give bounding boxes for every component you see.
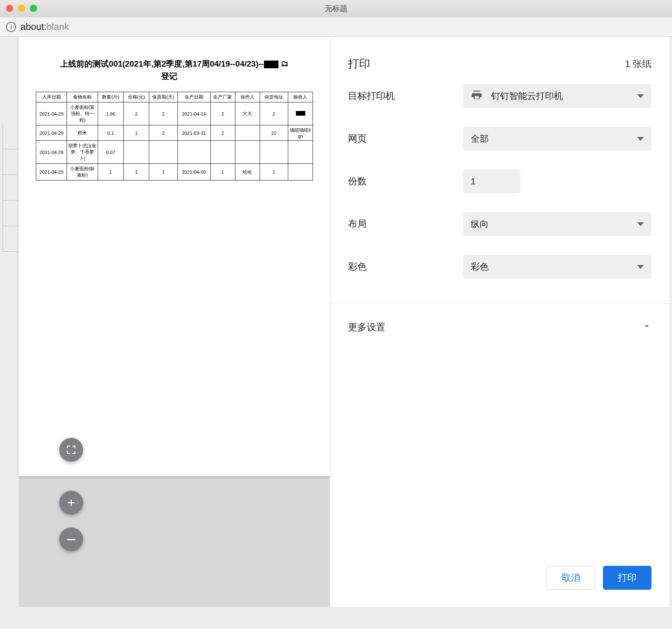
table-cell: 1 [210, 164, 235, 181]
table-cell: 2021-04-29 [36, 125, 67, 141]
table-header: 操作人 [235, 92, 260, 102]
table-cell: 1 [124, 164, 149, 181]
copies-input[interactable] [463, 169, 520, 193]
table-cell: 0.07 [98, 141, 123, 164]
fullscreen-button[interactable] [59, 438, 83, 462]
document-title: 上线前的测试001(2021年,第2季度,第17周04/19--04/23)--… [36, 58, 313, 82]
table-cell: 1 [149, 164, 177, 181]
color-label: 彩色 [348, 260, 463, 273]
sheet-count: 1 张纸 [625, 58, 652, 70]
table-cell: 2 [260, 102, 288, 125]
table-header: 价格(元) [124, 92, 149, 102]
folder-icon: 🗂 [281, 58, 289, 70]
window-title: 无标题 [0, 3, 672, 14]
table-row: 2021-04-29稻米0.1122021-03-31222嘀嗒嘀嗒lign [36, 125, 313, 141]
table-cell: 1.96 [98, 102, 123, 125]
layout-select[interactable]: 纵向 [463, 212, 652, 236]
table-cell: 1 [98, 164, 123, 181]
color-select[interactable]: 彩色 [463, 255, 652, 279]
table-cell [177, 141, 210, 164]
preview-page: 上线前的测试001(2021年,第2季度,第17周04/19--04/23)--… [19, 37, 330, 476]
url-scheme: about: [20, 21, 46, 32]
table-cell [124, 141, 149, 164]
table-cell [288, 102, 313, 125]
table-row: 2021-04-29小麦面粉(富强粉、特一粉)1.96222021-04-142… [36, 102, 313, 125]
panel-title: 打印 [348, 56, 370, 71]
titlebar: 无标题 [0, 0, 672, 17]
table-cell: 2021-04-29 [36, 164, 67, 181]
pages-label: 网页 [348, 132, 463, 145]
pages-value: 全部 [471, 133, 489, 145]
table-cell [288, 141, 313, 164]
table-cell: 2 [210, 102, 235, 125]
chevron-down-icon [637, 137, 644, 141]
table-cell: 2 [149, 125, 177, 141]
table-cell: 胡萝卜(红)[金笋、丁香萝卜] [67, 141, 98, 164]
table-header: 数量(斤) [98, 92, 123, 102]
chevron-down-icon [637, 265, 644, 269]
table-cell: 嘀嗒嘀嗒lign [288, 125, 313, 141]
table-cell: 大大 [235, 102, 260, 125]
table-header: 食物名称 [67, 92, 98, 102]
table-cell: 2021-04-14 [177, 102, 210, 125]
zoom-in-button[interactable]: + [59, 491, 83, 515]
table-cell [288, 164, 313, 181]
table-row: 2021-04-29胡萝卜(红)[金笋、丁香萝卜]0.07 [36, 141, 313, 164]
site-info-icon[interactable]: i [6, 22, 16, 32]
print-dialog: 上线前的测试001(2021年,第2季度,第17周04/19--04/23)--… [19, 37, 669, 607]
background-page-edge [3, 124, 18, 252]
redacted-block [264, 61, 278, 68]
table-header: 生产厂家 [210, 92, 235, 102]
table-cell: 1 [260, 164, 288, 181]
chevron-down-icon [637, 94, 644, 98]
table-header: 生产日期 [177, 92, 210, 102]
copies-label: 份数 [348, 175, 463, 188]
table-cell: 2021-04-29 [36, 141, 67, 164]
print-settings-panel: 打印 1 张纸 目标打印机 钉钉智能云打印机 网页 [330, 37, 669, 607]
table-cell: 2021-03-31 [177, 125, 210, 141]
table-header: 供货地址 [260, 92, 288, 102]
table-cell: 2021-04-09 [177, 164, 210, 181]
printer-icon [471, 89, 483, 103]
table-cell: 小麦面粉(富强粉、特一粉) [67, 102, 98, 125]
table-cell: 哈哈 [235, 164, 260, 181]
print-button[interactable]: 打印 [603, 566, 652, 590]
table-cell: 小麦面粉(标准粉) [67, 164, 98, 181]
chevron-down-icon [642, 321, 652, 333]
color-value: 彩色 [471, 261, 489, 273]
table-row: 2021-04-29小麦面粉(标准粉)1112021-04-091哈哈1 [36, 164, 313, 181]
layout-label: 布局 [348, 218, 463, 230]
table-cell: 稻米 [67, 125, 98, 141]
preview-table: 入库日期食物名称数量(斤)价格(元)保质期(天)生产日期生产厂家操作人供货地址验… [36, 92, 313, 181]
printer-value: 钉钉智能云打印机 [491, 90, 563, 102]
address-bar[interactable]: i about:blank [0, 17, 672, 37]
table-cell: 2 [124, 102, 149, 125]
table-cell: 2 [149, 102, 177, 125]
url-path: blank [46, 21, 69, 32]
table-header: 入库日期 [36, 92, 67, 102]
table-cell: 0.1 [98, 125, 123, 141]
table-cell: 1 [124, 125, 149, 141]
table-cell [210, 141, 235, 164]
table-cell: 22 [260, 125, 288, 141]
table-cell: 2021-04-29 [36, 102, 67, 125]
table-cell: 2 [210, 125, 235, 141]
pages-select[interactable]: 全部 [463, 127, 652, 151]
table-header: 保质期(天) [149, 92, 177, 102]
table-cell [149, 141, 177, 164]
zoom-out-button[interactable]: − [59, 527, 83, 551]
printer-label: 目标打印机 [348, 90, 463, 102]
table-header: 验收人 [288, 92, 313, 102]
print-preview-pane: 上线前的测试001(2021年,第2季度,第17周04/19--04/23)--… [19, 37, 330, 607]
table-cell [235, 125, 260, 141]
table-cell [235, 141, 260, 164]
cancel-button[interactable]: 取消 [547, 566, 595, 590]
layout-value: 纵向 [471, 218, 489, 230]
printer-select[interactable]: 钉钉智能云打印机 [463, 84, 652, 108]
chevron-down-icon [637, 222, 644, 226]
table-cell [260, 141, 288, 164]
more-settings-toggle[interactable]: 更多设置 [330, 304, 669, 351]
